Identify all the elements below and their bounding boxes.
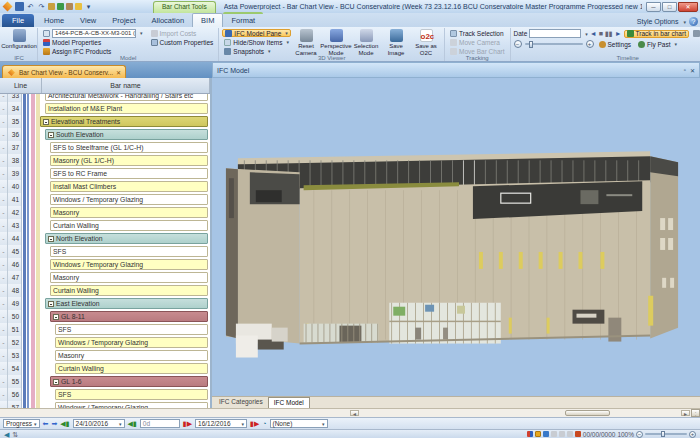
bar-name-cell[interactable]: North Elevation: [45, 233, 208, 244]
zoom-out-icon[interactable]: −: [636, 431, 643, 438]
create-video-button[interactable]: Create Video: [691, 30, 700, 38]
step-back-icon[interactable]: ◄: [590, 29, 597, 38]
collapse-icon[interactable]: [53, 314, 59, 320]
tab-ifc-model[interactable]: IFC Model: [268, 397, 310, 408]
bar-name-cell[interactable]: SFS: [55, 389, 208, 400]
bar-name-cell[interactable]: Masonry: [55, 350, 208, 361]
end-marker-icon[interactable]: ▮▶: [183, 419, 192, 428]
bar-name-cell[interactable]: Windows / Temporary Glazing: [50, 259, 208, 270]
end-date-select[interactable]: 16/12/2016▾: [195, 419, 247, 428]
ifc-3d-viewport[interactable]: [212, 78, 700, 396]
tab-ifc-categories[interactable]: IFC Categories: [214, 397, 268, 408]
bar-name-cell[interactable]: Architectural Metalwork - Handrailing / …: [45, 94, 208, 101]
bar-name-cell[interactable]: Curtain Walling: [50, 285, 208, 296]
status-chart-icon[interactable]: [543, 431, 549, 437]
table-row[interactable]: -53Masonry: [0, 349, 210, 362]
jump-next-icon[interactable]: ➡: [51, 419, 57, 428]
snapshots-button[interactable]: Snapshots▾: [222, 47, 291, 55]
panel-close-icon[interactable]: ✕: [690, 67, 695, 74]
bar-name-cell[interactable]: Windows / Temporary Glazing: [50, 194, 208, 205]
panel-restore-icon[interactable]: ▫: [684, 67, 686, 74]
refresh-icon[interactable]: ⇅: [12, 430, 18, 438]
selection-mode-button[interactable]: Selection Mode: [352, 29, 380, 56]
bar-name-cell[interactable]: Curtain Walling: [55, 363, 208, 374]
jump-previous-icon[interactable]: ⬅: [43, 419, 49, 428]
pause-icon[interactable]: ▮▮: [605, 29, 613, 38]
bar-name-cell[interactable]: South Elevation: [45, 129, 208, 140]
table-row[interactable]: -56SFS: [0, 388, 210, 401]
bar-name-cell[interactable]: SFS to Steelframe (GL 1/C-H): [50, 142, 208, 153]
track-selection-button[interactable]: Track Selection: [448, 29, 507, 37]
table-row[interactable]: -45SFS: [0, 245, 210, 258]
maximize-button[interactable]: □: [662, 2, 677, 12]
tab-allocation[interactable]: Allocation: [144, 14, 193, 27]
start-date-select[interactable]: 24/10/2016▾: [73, 419, 125, 428]
progress-mode-select[interactable]: Progress▾: [3, 419, 40, 428]
move-bar-chart-button[interactable]: Move Bar Chart: [448, 47, 507, 55]
end-link-icon[interactable]: ▮▶: [250, 419, 259, 428]
help-globe-icon[interactable]: ?: [689, 17, 698, 26]
horizontal-scrollbar[interactable]: ◄ ► ⁚: [0, 408, 700, 417]
reset-camera-button[interactable]: Reset Camera: [292, 29, 320, 56]
column-header-line[interactable]: Line: [0, 78, 42, 93]
scroll-split-icon[interactable]: ⁚: [691, 409, 700, 417]
bar-name-cell[interactable]: Masonry: [50, 207, 208, 218]
print-icon[interactable]: [66, 3, 73, 10]
stop-icon[interactable]: ■: [599, 29, 603, 38]
settings-button[interactable]: Settings: [597, 40, 634, 48]
baseline-select[interactable]: (None)▾: [270, 419, 328, 428]
table-row[interactable]: -40Install Mast Climbers: [0, 180, 210, 193]
table-row[interactable]: -39SFS to RC Frame: [0, 167, 210, 180]
timeline-date-input[interactable]: [529, 29, 581, 38]
ifc-model-pane-button[interactable]: IFC Model Pane▾: [222, 29, 291, 37]
move-camera-button[interactable]: Move Camera: [448, 38, 507, 46]
import-costs-button[interactable]: Import Costs: [149, 29, 216, 37]
bar-name-cell[interactable]: GL 1-6: [50, 376, 208, 387]
tab-bim[interactable]: BIM: [192, 13, 223, 27]
bar-name-cell[interactable]: Install Mast Climbers: [50, 181, 208, 192]
collapse-icon[interactable]: [48, 236, 54, 242]
scrollbar-thumb[interactable]: [565, 410, 610, 416]
timeline-zoom-in-icon[interactable]: +: [586, 40, 594, 48]
model-properties-button[interactable]: Model Properties: [41, 38, 145, 46]
table-row[interactable]: -55GL 1-6: [0, 375, 210, 388]
bar-name-cell[interactable]: Masonry: [50, 272, 208, 283]
start-link-icon[interactable]: ◀▮: [128, 419, 137, 428]
tab-project[interactable]: Project: [104, 14, 143, 27]
hide-show-items-button[interactable]: Hide/Show Items▾: [222, 38, 291, 46]
table-row[interactable]: -52Windows / Temporary Glazing: [0, 336, 210, 349]
minimize-button[interactable]: ─: [646, 2, 661, 12]
spellcheck-icon[interactable]: [75, 3, 82, 10]
scroll-left-icon[interactable]: ◄: [350, 410, 359, 416]
duration-field[interactable]: 0d: [140, 419, 180, 428]
style-options[interactable]: Style Options▾ ?: [637, 17, 698, 27]
table-row[interactable]: -57Windows / Temporary Glazing: [0, 401, 210, 408]
publish-icon[interactable]: [57, 3, 64, 10]
zoom-slider[interactable]: [645, 433, 687, 435]
collapse-icon[interactable]: [48, 301, 54, 307]
tab-format[interactable]: Format: [223, 12, 263, 27]
bar-name-cell[interactable]: Curtain Walling: [50, 220, 208, 231]
table-row[interactable]: -44North Elevation: [0, 232, 210, 245]
status-draw-icon[interactable]: [575, 431, 581, 437]
redo-icon[interactable]: ↷: [37, 2, 46, 11]
model-selector[interactable]: 1464-PCB-A-CB-XX-M3-001 (Revi▾: [41, 29, 145, 37]
tab-file[interactable]: File: [2, 14, 34, 27]
table-row[interactable]: -46Windows / Temporary Glazing: [0, 258, 210, 271]
timeline-slider[interactable]: [525, 43, 583, 45]
collapse-icon[interactable]: [48, 132, 54, 138]
save-image-button[interactable]: Save Image: [382, 29, 410, 56]
table-row[interactable]: -48Curtain Walling: [0, 284, 210, 297]
bar-name-cell[interactable]: GL 8-11: [50, 311, 208, 322]
play-icon[interactable]: ►: [615, 29, 622, 38]
qat-dropdown-icon[interactable]: ▾: [84, 2, 93, 11]
collapse-icon[interactable]: [53, 379, 59, 385]
collapse-icon[interactable]: [43, 119, 49, 125]
bar-name-cell[interactable]: SFS: [50, 246, 208, 257]
perspective-mode-button[interactable]: Perspective Mode: [322, 29, 350, 56]
table-row[interactable]: -33Architectural Metalwork - Handrailing…: [0, 94, 210, 102]
doc-tab-close-icon[interactable]: ✕: [116, 69, 121, 76]
start-marker-icon[interactable]: ◀▮: [60, 419, 69, 428]
bar-name-cell[interactable]: East Elevation: [45, 298, 208, 309]
bar-name-cell[interactable]: Windows / Temporary Glazing: [55, 337, 208, 348]
